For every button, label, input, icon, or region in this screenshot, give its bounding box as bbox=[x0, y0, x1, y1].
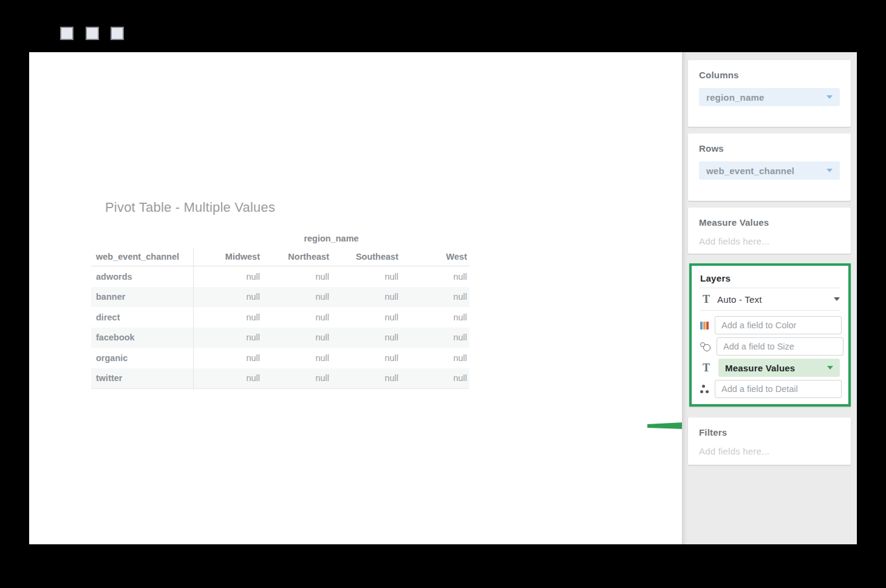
table-row: twitter null null null null bbox=[91, 368, 469, 389]
window-control-1[interactable] bbox=[60, 27, 73, 40]
chevron-down-icon bbox=[834, 297, 840, 301]
size-field-input[interactable] bbox=[717, 337, 843, 356]
letter-T-icon: T bbox=[700, 362, 712, 374]
chevron-down-icon bbox=[826, 95, 833, 99]
three-dots-icon bbox=[700, 385, 709, 393]
columns-panel-title: Columns bbox=[699, 70, 840, 80]
measure-values-panel-title: Measure Values bbox=[699, 217, 840, 228]
layers-panel-highlighted: Layers T Auto - Text bbox=[689, 263, 851, 407]
column-header: Midwest bbox=[193, 252, 262, 262]
rows-field-label: web_event_channel bbox=[706, 166, 826, 176]
bar-chart-palette-icon bbox=[700, 322, 709, 329]
viz-title: Pivot Table - Multiple Values bbox=[105, 200, 275, 215]
columns-field-pill[interactable]: region_name bbox=[699, 88, 840, 106]
table-row: organic null null null null bbox=[91, 348, 469, 368]
filters-drop-hint[interactable]: Add fields here... bbox=[699, 446, 840, 456]
pivot-header-row: web_event_channel Midwest Northeast Sout… bbox=[91, 248, 469, 266]
titlebar bbox=[29, 0, 857, 52]
layer-type-selector[interactable]: T Auto - Text bbox=[700, 288, 840, 311]
visualization-canvas: Pivot Table - Multiple Values region_nam… bbox=[29, 52, 682, 544]
table-row: banner null null null null bbox=[91, 287, 469, 308]
detail-field-row bbox=[700, 380, 840, 398]
rows-panel: Rows web_event_channel bbox=[688, 133, 851, 201]
measure-values-drop-hint[interactable]: Add fields here... bbox=[699, 236, 840, 246]
pivot-row-dimension: web_event_channel bbox=[91, 252, 193, 262]
app-window: Pivot Table - Multiple Values region_nam… bbox=[0, 0, 886, 588]
pivot-table: region_name web_event_channel Midwest No… bbox=[91, 229, 469, 389]
text-field-row: T Measure Values bbox=[700, 359, 840, 377]
column-header: Northeast bbox=[262, 252, 332, 262]
table-row: direct null null null null bbox=[91, 307, 469, 328]
filters-panel: Filters Add fields here... bbox=[688, 417, 851, 465]
columns-panel: Columns region_name bbox=[688, 60, 851, 127]
pivot-column-dimension-row: region_name bbox=[91, 229, 469, 248]
column-header: Southeast bbox=[332, 252, 401, 262]
size-field-row bbox=[700, 337, 840, 356]
pivot-column-divider bbox=[193, 248, 194, 390]
detail-field-input[interactable] bbox=[715, 380, 842, 398]
layer-type-label: Auto - Text bbox=[717, 294, 834, 305]
pivot-body: adwords null null null null banner null … bbox=[91, 266, 469, 389]
rows-field-pill[interactable]: web_event_channel bbox=[699, 161, 840, 180]
table-row: facebook null null null null bbox=[91, 328, 469, 348]
chevron-down-icon bbox=[826, 169, 833, 172]
filters-panel-title: Filters bbox=[699, 427, 840, 438]
letter-T-icon: T bbox=[700, 293, 712, 306]
pivot-column-dimension: region_name bbox=[193, 234, 469, 243]
color-field-row bbox=[700, 316, 840, 334]
rows-panel-title: Rows bbox=[699, 143, 840, 154]
window-control-2[interactable] bbox=[86, 27, 99, 40]
text-field-pill[interactable]: Measure Values bbox=[718, 359, 840, 377]
window-control-3[interactable] bbox=[111, 27, 124, 40]
text-field-label: Measure Values bbox=[725, 363, 827, 373]
color-field-input[interactable] bbox=[715, 316, 842, 334]
column-header: West bbox=[401, 252, 469, 262]
overlapping-circles-icon bbox=[700, 342, 711, 351]
field-settings-sidebar: Columns region_name Rows web_event_chann… bbox=[682, 52, 857, 544]
columns-field-label: region_name bbox=[706, 92, 826, 103]
measure-values-panel: Measure Values Add fields here... bbox=[688, 208, 851, 254]
table-row: adwords null null null null bbox=[91, 266, 469, 287]
chevron-down-icon bbox=[827, 366, 833, 370]
layers-panel-title: Layers bbox=[700, 269, 840, 288]
